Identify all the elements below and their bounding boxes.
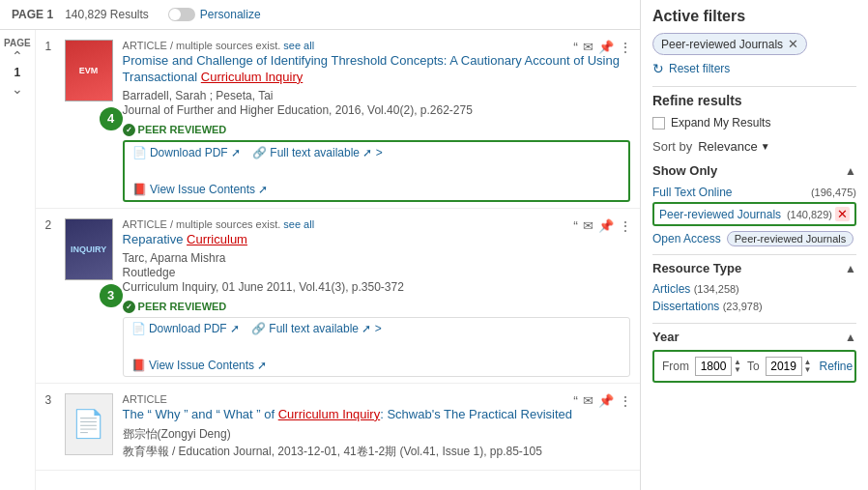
- result-content-1: ARTICLE / multiple sources exist. see al…: [119, 40, 630, 202]
- email-icon-3[interactable]: ✉: [583, 393, 593, 409]
- full-text-count: (196,475): [811, 187, 856, 198]
- more-icon-2[interactable]: ⋮: [619, 218, 632, 234]
- refine-title: Refine results: [652, 93, 856, 108]
- year-from-input[interactable]: [695, 357, 732, 376]
- expand-checkbox[interactable]: [652, 117, 665, 130]
- quote-icon-3[interactable]: “: [573, 393, 578, 409]
- result-content-2: ARTICLE / multiple sources exist. see al…: [119, 218, 630, 377]
- year-label: Year: [652, 330, 679, 344]
- open-access-label: Open Access: [652, 232, 721, 245]
- peer-reviewed-badge-1: ✓ PEER REVIEWED: [123, 124, 227, 136]
- active-filter-chip[interactable]: Peer-reviewed Journals ✕: [652, 33, 807, 55]
- email-icon-1[interactable]: ✉: [583, 40, 593, 55]
- result-content-3: ARTICLE The “ Why ” and “ What ” of Curr…: [119, 393, 630, 464]
- divider-1: [652, 86, 856, 87]
- result-thumb-2: INQUIRY: [65, 218, 113, 280]
- quote-icon-1[interactable]: “: [573, 40, 578, 55]
- step-badge-3: 3: [100, 284, 123, 307]
- result-authors-1: Barradell, Sarah ; Peseta, Tai: [123, 89, 630, 102]
- show-only-header: Show Only ▲: [652, 163, 856, 178]
- result-source-3: 教育學報 / Education Journal, 2013-12-01, 41…: [123, 444, 630, 460]
- sort-row: Sort by Relevance ▼: [652, 139, 856, 154]
- result-title-2[interactable]: Reparative Curriculum: [123, 232, 630, 248]
- email-icon-2[interactable]: ✉: [583, 218, 593, 234]
- peer-reviewed-badge-2: ✓ PEER REVIEWED: [123, 301, 227, 313]
- personalize-toggle[interactable]: Personalize: [168, 8, 261, 21]
- top-bar: PAGE 1 140,829 Results Personalize: [0, 0, 640, 30]
- full-text-link-1[interactable]: 🔗 Full text available ➚ >: [252, 146, 383, 159]
- active-filters-title: Active filters: [652, 8, 856, 25]
- download-pdf-link-1[interactable]: 📄 Download PDF ➚: [132, 146, 241, 159]
- result-title-1[interactable]: Promise and Challenge of Identifying Thr…: [123, 53, 630, 86]
- quote-icon-2[interactable]: “: [573, 218, 578, 234]
- result-actions-2: 📄 Download PDF ➚ 🔗 Full text available ➚…: [123, 317, 630, 377]
- pin-icon-1[interactable]: 📌: [598, 40, 614, 55]
- expand-my-results-row[interactable]: Expand My Results: [652, 116, 856, 130]
- result-authors-2: Tarc, Aparna Mishra: [123, 251, 630, 265]
- page-number: 1: [14, 66, 20, 79]
- sort-dropdown[interactable]: Relevance ▼: [698, 139, 769, 154]
- result-action-icons-1: “ ✉ 📌 ⋮: [573, 40, 632, 55]
- full-text-label: Full Text Online: [652, 186, 732, 199]
- divider-3: [652, 323, 856, 324]
- chevron-up-icon[interactable]: ⌃: [12, 48, 23, 64]
- year-to-input[interactable]: [766, 357, 802, 376]
- view-issue-link-2[interactable]: 📕 View Issue Contents ➚: [131, 359, 268, 372]
- result-type-2: ARTICLE / multiple sources exist. see al…: [123, 218, 630, 230]
- table-row: 2 INQUIRY 3 ARTICLE / multiple sources e…: [36, 209, 640, 384]
- peer-reviewed-count: (140,829): [787, 209, 832, 220]
- open-access-chip: Peer-reviewed Journals: [727, 231, 854, 246]
- close-peer-reviewed-icon[interactable]: ✕: [835, 207, 850, 221]
- chip-label: Peer-reviewed Journals: [661, 38, 783, 51]
- resource-item-articles[interactable]: Articles (134,258): [652, 280, 856, 298]
- sort-arrow-icon: ▼: [761, 141, 770, 152]
- result-type-3: ARTICLE: [123, 393, 630, 405]
- peer-badge-icon-1: ✓: [123, 124, 135, 136]
- resource-type-label: Resource Type: [652, 261, 741, 275]
- result-publisher-2: Routledge: [123, 266, 630, 279]
- more-icon-1[interactable]: ⋮: [619, 40, 632, 55]
- table-row: 1 EVM 4 ARTICLE / multiple sources exist…: [36, 30, 640, 209]
- dissertations-count: (23,978): [723, 301, 763, 312]
- year-collapse-icon[interactable]: ▲: [845, 331, 856, 344]
- show-only-label: Show Only: [652, 163, 717, 178]
- reset-icon: ↻: [652, 61, 664, 76]
- resource-type-collapse-icon[interactable]: ▲: [845, 262, 856, 275]
- chevron-down-icon[interactable]: ⌄: [12, 81, 23, 97]
- step-badge-4: 4: [100, 107, 123, 130]
- result-thumb-3: 📄: [65, 393, 113, 455]
- pin-icon-2[interactable]: 📌: [598, 218, 614, 234]
- peer-reviewed-row[interactable]: Peer-reviewed Journals (140,829) ✕: [652, 202, 856, 226]
- year-row: From ▲ ▼ To ▲ ▼ Refine: [652, 350, 856, 383]
- year-to-down-icon[interactable]: ▼: [804, 366, 812, 374]
- toggle-switch[interactable]: [168, 8, 195, 21]
- result-number-3: 3: [45, 393, 59, 464]
- resource-item-dissertations[interactable]: Dissertations (23,978): [652, 298, 856, 315]
- show-item-open-access[interactable]: Open Access Peer-reviewed Journals: [652, 229, 856, 248]
- result-authors-3: 鄧宗怡(Zongyi Deng): [123, 426, 630, 443]
- year-header: Year ▲: [652, 330, 856, 344]
- result-action-icons-2: “ ✉ 📌 ⋮: [573, 218, 632, 234]
- reset-filters-btn[interactable]: ↻ Reset filters: [652, 61, 856, 76]
- expand-my-results-label: Expand My Results: [671, 116, 770, 130]
- see-all-link-2[interactable]: see all: [283, 218, 314, 230]
- result-source-2: Curriculum Inquiry, 01 June 2011, Vol.41…: [123, 280, 630, 294]
- pin-icon-3[interactable]: 📌: [598, 393, 614, 409]
- refine-year-btn[interactable]: Refine: [820, 360, 854, 373]
- result-title-3[interactable]: The “ Why ” and “ What ” of Curriculum I…: [123, 407, 630, 423]
- page-side-label: PAGE: [4, 38, 31, 48]
- result-source-1: Journal of Further and Higher Education,…: [123, 103, 630, 117]
- chip-remove-icon[interactable]: ✕: [788, 37, 798, 51]
- more-icon-3[interactable]: ⋮: [619, 393, 632, 409]
- download-pdf-link-2[interactable]: 📄 Download PDF ➚: [131, 322, 240, 335]
- divider-2: [652, 254, 856, 255]
- year-from-down-icon[interactable]: ▼: [734, 366, 741, 374]
- full-text-link-2[interactable]: 🔗 Full text available ➚ >: [251, 322, 382, 335]
- year-to-label: To: [747, 360, 760, 373]
- view-issue-link-1[interactable]: 📕 View Issue Contents ➚: [132, 183, 269, 196]
- result-thumb-1: EVM: [65, 40, 113, 101]
- show-item-full-text[interactable]: Full Text Online (196,475): [652, 183, 856, 202]
- show-only-collapse-icon[interactable]: ▲: [845, 164, 856, 178]
- year-from-label: From: [662, 360, 689, 373]
- see-all-link-1[interactable]: see all: [283, 40, 314, 51]
